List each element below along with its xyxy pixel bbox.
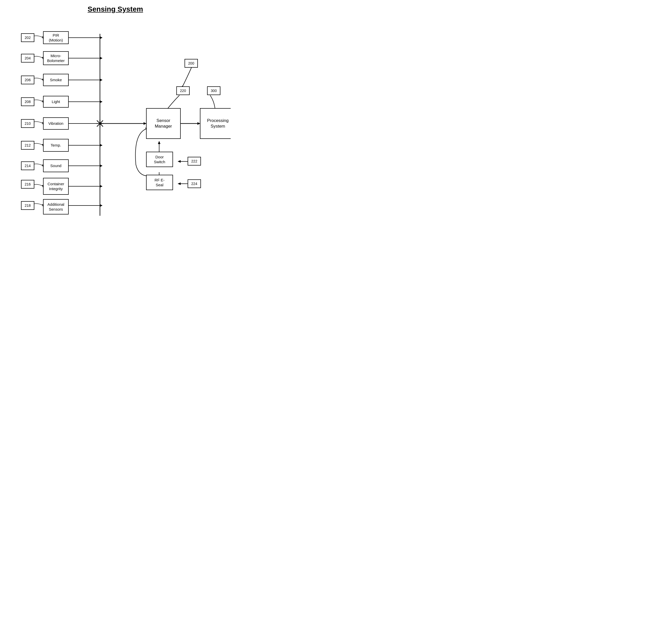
svg-marker-4 bbox=[100, 57, 103, 59]
temp-sensor-box: Temp. bbox=[43, 139, 69, 152]
svg-marker-12 bbox=[100, 144, 103, 147]
svg-marker-34 bbox=[178, 182, 181, 185]
svg-marker-2 bbox=[100, 36, 103, 39]
ref-210: 210 bbox=[21, 119, 34, 128]
ref-212: 212 bbox=[21, 141, 34, 150]
processing-system-box: ProcessingSystem bbox=[200, 108, 231, 139]
diagram-svg bbox=[5, 21, 225, 223]
pir-sensor-box: PIR(Motion) bbox=[43, 31, 69, 44]
svg-marker-18 bbox=[100, 204, 103, 207]
ref-218: 218 bbox=[21, 201, 34, 210]
svg-marker-10 bbox=[100, 122, 103, 125]
ref-224: 224 bbox=[187, 179, 201, 188]
ref-200: 200 bbox=[184, 59, 198, 68]
page-title: Sensing System bbox=[5, 5, 225, 13]
svg-marker-32 bbox=[178, 160, 181, 163]
sensor-manager-box: SensorManager bbox=[146, 108, 181, 139]
vibration-sensor-box: Vibration bbox=[43, 117, 69, 130]
additional-sensors-box: AdditionalSensors bbox=[43, 199, 69, 215]
svg-line-23 bbox=[97, 121, 103, 127]
ref-214: 214 bbox=[21, 161, 34, 170]
svg-marker-16 bbox=[100, 185, 103, 187]
svg-line-24 bbox=[97, 121, 103, 127]
smoke-sensor-box: Smoke bbox=[43, 74, 69, 86]
svg-marker-14 bbox=[100, 164, 103, 167]
sound-sensor-box: Sound bbox=[43, 159, 69, 172]
ref-222: 222 bbox=[187, 157, 201, 165]
ref-300: 300 bbox=[207, 86, 220, 95]
ref-216: 216 bbox=[21, 180, 34, 188]
door-switch-box: DoorSwitch bbox=[146, 152, 173, 167]
ref-204: 204 bbox=[21, 54, 34, 62]
svg-marker-8 bbox=[100, 101, 103, 103]
rf-eseal-box: RF E-Seal bbox=[146, 175, 173, 190]
diagram-container: 202 204 206 208 210 212 214 216 218 PIR(… bbox=[5, 21, 225, 223]
svg-marker-6 bbox=[100, 79, 103, 81]
microbolometer-sensor-box: Micro-Bolometer bbox=[43, 51, 69, 65]
ref-208: 208 bbox=[21, 97, 34, 106]
ref-202: 202 bbox=[21, 33, 34, 42]
light-sensor-box: Light bbox=[43, 96, 69, 108]
ref-206: 206 bbox=[21, 76, 34, 84]
container-integrity-sensor-box: ContainerIntegrity bbox=[43, 178, 69, 195]
ref-220: 220 bbox=[176, 86, 190, 95]
svg-marker-28 bbox=[158, 141, 160, 144]
